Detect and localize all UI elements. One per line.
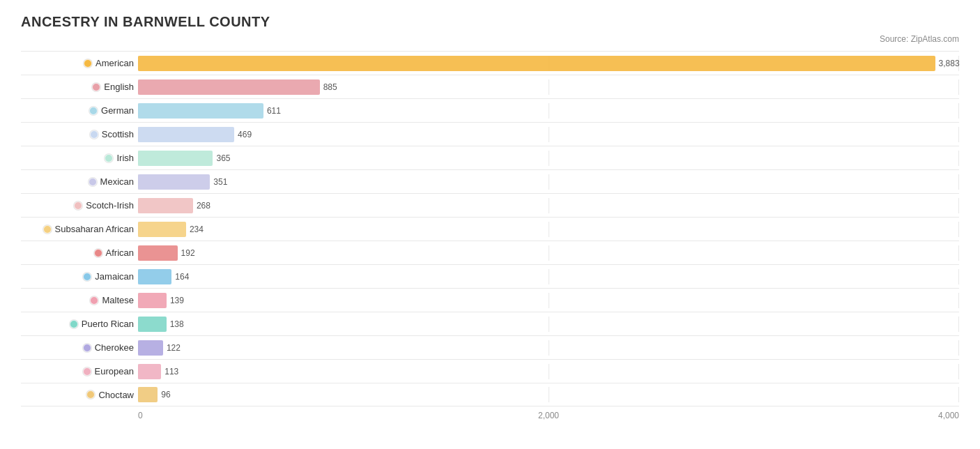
bar xyxy=(138,364,161,379)
bar-label: Puerto Rican xyxy=(82,319,134,329)
bar-row: Choctaw96 xyxy=(21,383,959,406)
bar-label: Maltese xyxy=(102,295,134,305)
bar-value: 885 xyxy=(323,82,337,92)
bar xyxy=(138,245,178,261)
dot-icon xyxy=(89,107,98,115)
bar-label: African xyxy=(106,248,134,258)
bar-label: Subsaharan African xyxy=(55,224,134,234)
dot-icon xyxy=(105,154,113,162)
dot-icon xyxy=(89,178,97,186)
bar xyxy=(138,151,213,166)
bar-row: Cherokee122 xyxy=(21,335,959,359)
bar-value: 122 xyxy=(167,343,181,353)
dot-icon xyxy=(43,225,52,234)
dot-icon xyxy=(83,367,91,376)
bar-row: Scotch-Irish268 xyxy=(21,193,959,217)
bar xyxy=(138,293,167,308)
bar-label: Scottish xyxy=(102,129,134,139)
bar-label: English xyxy=(104,82,134,92)
bar xyxy=(138,56,935,71)
x-tick-0: 0 xyxy=(138,411,412,420)
bar-value: 192 xyxy=(181,248,195,258)
bar-row: European113 xyxy=(21,359,959,383)
bar-value: 351 xyxy=(213,177,227,187)
bar xyxy=(138,127,234,142)
bar-row: African192 xyxy=(21,241,959,264)
bar-value: 469 xyxy=(238,130,252,139)
bar-label: German xyxy=(101,105,134,116)
bar xyxy=(138,174,210,190)
bar-row: English885 xyxy=(21,75,959,98)
bar-value: 139 xyxy=(170,296,184,305)
source-label: Source: ZipAtlas.com xyxy=(21,34,959,44)
bar-row: Subsaharan African234 xyxy=(21,217,959,241)
bar-row: Maltese139 xyxy=(21,288,959,312)
dot-icon xyxy=(83,344,91,352)
page-title: ANCESTRY IN BARNWELL COUNTY xyxy=(21,14,959,30)
dot-icon xyxy=(74,201,82,210)
bar-label: European xyxy=(95,366,134,376)
bar-value: 611 xyxy=(267,106,281,116)
dot-icon xyxy=(70,320,78,328)
bar-label: Cherokee xyxy=(95,342,134,353)
bar-label: Mexican xyxy=(100,176,134,187)
bar xyxy=(138,340,163,356)
bar xyxy=(138,198,193,213)
x-axis: 0 2,000 4,000 xyxy=(138,411,959,420)
bar-label: American xyxy=(95,58,134,68)
bar-label: Irish xyxy=(116,153,134,163)
bar-row: Irish365 xyxy=(21,146,959,169)
chart-area: American3,883English885German611Scottish… xyxy=(21,51,959,420)
dot-icon xyxy=(84,59,92,68)
dot-icon xyxy=(90,130,98,139)
bar-value: 3,883 xyxy=(939,59,960,68)
bar-row: Scottish469 xyxy=(21,122,959,146)
bar xyxy=(138,387,158,402)
bar xyxy=(138,269,171,284)
bar-row: German611 xyxy=(21,98,959,122)
bar xyxy=(138,79,320,95)
bar-value: 365 xyxy=(216,153,230,163)
bar-label: Choctaw xyxy=(98,390,134,400)
bar-value: 268 xyxy=(197,201,210,211)
bar-value: 164 xyxy=(175,272,189,282)
bar-value: 113 xyxy=(164,367,178,376)
bar-value: 96 xyxy=(161,390,170,399)
dot-icon xyxy=(94,249,102,257)
bar-value: 138 xyxy=(170,319,184,329)
bar-label: Jamaican xyxy=(95,271,134,282)
bar xyxy=(138,317,167,332)
bar-row: American3,883 xyxy=(21,51,959,75)
bar-row: Mexican351 xyxy=(21,169,959,193)
bar xyxy=(138,222,186,237)
dot-icon xyxy=(90,296,98,305)
bar-label: Scotch-Irish xyxy=(86,200,134,211)
bar-value: 234 xyxy=(190,224,204,234)
dot-icon xyxy=(86,390,95,399)
bar-row: Jamaican164 xyxy=(21,264,959,288)
dot-icon xyxy=(83,273,91,281)
x-tick-2000: 2,000 xyxy=(412,411,686,420)
bar xyxy=(138,103,263,119)
bar-row: Puerto Rican138 xyxy=(21,312,959,335)
x-tick-4000: 4,000 xyxy=(685,411,959,420)
dot-icon xyxy=(92,83,100,91)
